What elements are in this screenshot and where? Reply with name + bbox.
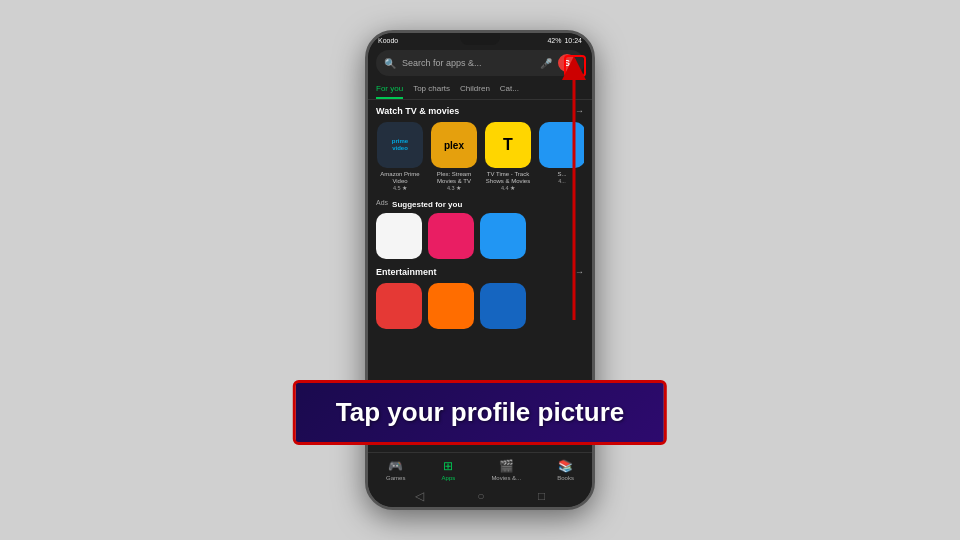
tab-children[interactable]: Children	[460, 80, 490, 99]
tvtime-rating: 4.4 ★	[501, 185, 515, 191]
app-item-tvtime[interactable]: T TV Time - Track Shows & Movies 4.4 ★	[484, 122, 532, 191]
ent-app-3[interactable]	[480, 283, 526, 329]
movies-icon: 🎬	[499, 459, 514, 473]
app-item-prime[interactable]: primevideo Amazon Prime Video 4.5 ★	[376, 122, 424, 191]
scene: Koodo 42% 10:24 🔍 Search for apps &... 🎤…	[0, 0, 960, 540]
watch-tv-section: Watch TV & movies → primevideo Amazon Pr…	[368, 100, 592, 195]
watch-tv-header: Watch TV & movies →	[376, 106, 584, 116]
carrier-text: Koodo	[378, 37, 398, 44]
games-icon: 🎮	[388, 459, 403, 473]
ent-row	[376, 283, 584, 329]
banner-text: Tap your profile picture	[336, 397, 624, 427]
instruction-banner: Tap your profile picture	[293, 380, 667, 445]
watch-tv-arrow[interactable]: →	[575, 106, 584, 116]
apps-label: Apps	[442, 475, 456, 481]
bottom-nav: 🎮 Games ⊞ Apps 🎬 Movies &... 📚 Books	[368, 452, 592, 485]
suggested-title: Suggested for you	[392, 200, 462, 209]
ent-title: Entertainment	[376, 267, 437, 277]
sug-app-2[interactable]	[428, 213, 474, 259]
ent-app-1[interactable]	[376, 283, 422, 329]
plex-name: Plex: Stream Movies & TV	[430, 171, 478, 185]
sug-app-3[interactable]	[480, 213, 526, 259]
app-item-s4[interactable]: S... 4...	[538, 122, 584, 191]
tab-top-charts[interactable]: Top charts	[413, 80, 450, 99]
games-label: Games	[386, 475, 405, 481]
recents-button[interactable]: □	[538, 489, 545, 503]
ent-arrow[interactable]: →	[575, 267, 584, 277]
suggested-row	[376, 213, 584, 259]
app-item-plex[interactable]: plex Plex: Stream Movies & TV 4.3 ★	[430, 122, 478, 191]
tab-categories[interactable]: Cat...	[500, 80, 519, 99]
tvtime-icon: T	[485, 122, 531, 168]
nav-games[interactable]: 🎮 Games	[386, 459, 405, 481]
prime-icon: primevideo	[377, 122, 423, 168]
status-right: 42% 10:24	[547, 37, 582, 44]
nav-movies[interactable]: 🎬 Movies &...	[491, 459, 521, 481]
nav-books[interactable]: 📚 Books	[557, 459, 574, 481]
phone-notch	[460, 33, 500, 45]
s4-rating: 4...	[558, 178, 566, 184]
home-button[interactable]: ○	[477, 489, 484, 503]
ent-app-2[interactable]	[428, 283, 474, 329]
apps-icon: ⊞	[443, 459, 453, 473]
ent-header: Entertainment →	[376, 267, 584, 277]
ads-section: Ads Suggested for you	[368, 195, 592, 263]
nav-apps[interactable]: ⊞ Apps	[442, 459, 456, 481]
tab-for-you[interactable]: For you	[376, 80, 403, 99]
prime-name: Amazon Prime Video	[376, 171, 424, 185]
tabs-bar: For you Top charts Children Cat...	[368, 80, 592, 100]
plex-rating: 4.3 ★	[447, 185, 461, 191]
sug-app-1[interactable]	[376, 213, 422, 259]
time-text: 10:24	[564, 37, 582, 44]
books-label: Books	[557, 475, 574, 481]
search-bar[interactable]: 🔍 Search for apps &... 🎤 S	[376, 50, 584, 76]
search-placeholder: Search for apps &...	[402, 58, 534, 68]
entertainment-section: Entertainment →	[368, 263, 592, 333]
movies-label: Movies &...	[491, 475, 521, 481]
prime-rating: 4.5 ★	[393, 185, 407, 191]
plex-icon: plex	[431, 122, 477, 168]
books-icon: 📚	[558, 459, 573, 473]
back-button[interactable]: ◁	[415, 489, 424, 503]
tvtime-name: TV Time - Track Shows & Movies	[484, 171, 532, 185]
search-icon: 🔍	[384, 58, 396, 69]
s4-name: S...	[557, 171, 566, 178]
s4-icon	[539, 122, 584, 168]
watch-tv-app-row: primevideo Amazon Prime Video 4.5 ★ plex…	[376, 122, 584, 191]
ads-label: Ads	[376, 199, 388, 206]
mic-icon: 🎤	[540, 58, 552, 69]
profile-avatar[interactable]: S	[558, 54, 576, 72]
battery-text: 42%	[547, 37, 561, 44]
watch-tv-title: Watch TV & movies	[376, 106, 459, 116]
home-bar: ◁ ○ □	[368, 485, 592, 507]
